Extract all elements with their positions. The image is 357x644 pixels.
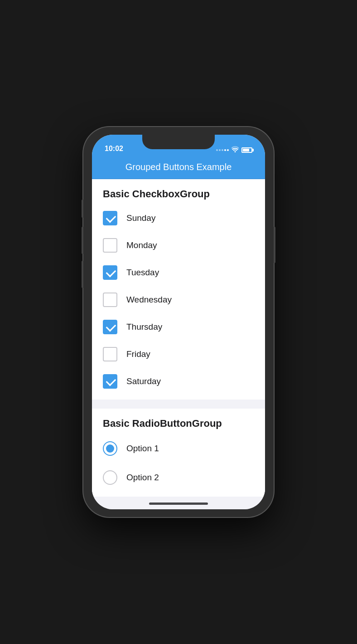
navigation-bar: Grouped Buttons Example [92,157,265,179]
home-indicator [149,503,208,505]
checkbox-monday[interactable]: Monday [103,232,254,259]
status-time: 10:02 [105,145,123,154]
volume-up-button[interactable] [82,227,83,254]
checkbox-wednesday-box[interactable] [103,293,117,307]
checkbox-thursday[interactable]: Thursday [103,313,254,341]
checkbox-friday-box[interactable] [103,347,117,361]
nav-title: Grouped Buttons Example [125,162,232,172]
battery-icon [241,147,252,153]
checkbox-saturday[interactable]: Saturday [103,368,254,395]
volume-down-button[interactable] [82,261,83,288]
checkbox-friday-label: Friday [126,349,150,359]
checkbox-wednesday[interactable]: Wednesday [103,286,254,313]
checkbox-thursday-label: Thursday [126,322,162,332]
checkbox-friday[interactable]: Friday [103,341,254,368]
radio-option2-label: Option 2 [126,473,159,483]
checkbox-wednesday-label: Wednesday [126,295,172,305]
section-divider [92,400,265,409]
radio-option2-circle[interactable] [103,470,117,485]
checkbox-group-title: Basic CheckboxGroup [103,188,254,200]
phone-screen: 10:02 [92,135,265,509]
radio-group-title: Basic RadioButtonGroup [103,418,254,429]
radio-option2[interactable]: Option 2 [103,463,254,492]
checkbox-tuesday-label: Tuesday [126,268,159,278]
radio-group-section: Basic RadioButtonGroup Option 1 Option 2 [92,409,265,497]
checkbox-thursday-box[interactable] [103,320,117,334]
checkbox-monday-label: Monday [126,240,157,250]
radio-option1-label: Option 1 [126,444,159,454]
checkbox-sunday[interactable]: Sunday [103,205,254,232]
checkbox-monday-box[interactable] [103,238,117,253]
wifi-icon [231,146,239,154]
checkbox-tuesday-box[interactable] [103,265,117,280]
checkbox-tuesday[interactable]: Tuesday [103,259,254,286]
phone-frame: 10:02 [83,127,274,517]
content-area[interactable]: Basic CheckboxGroup Sunday Monday Tuesda… [92,179,265,509]
power-button[interactable] [274,227,275,263]
notch [142,135,215,149]
radio-option1[interactable]: Option 1 [103,434,254,463]
checkbox-group-section: Basic CheckboxGroup Sunday Monday Tuesda… [92,179,265,400]
radio-option1-circle[interactable] [103,441,117,456]
checkbox-saturday-label: Saturday [126,376,161,386]
checkbox-sunday-box[interactable] [103,211,117,225]
checkbox-sunday-label: Sunday [126,213,155,223]
checkbox-saturday-box[interactable] [103,374,117,389]
signal-icon [216,149,229,151]
status-icons [216,146,252,154]
